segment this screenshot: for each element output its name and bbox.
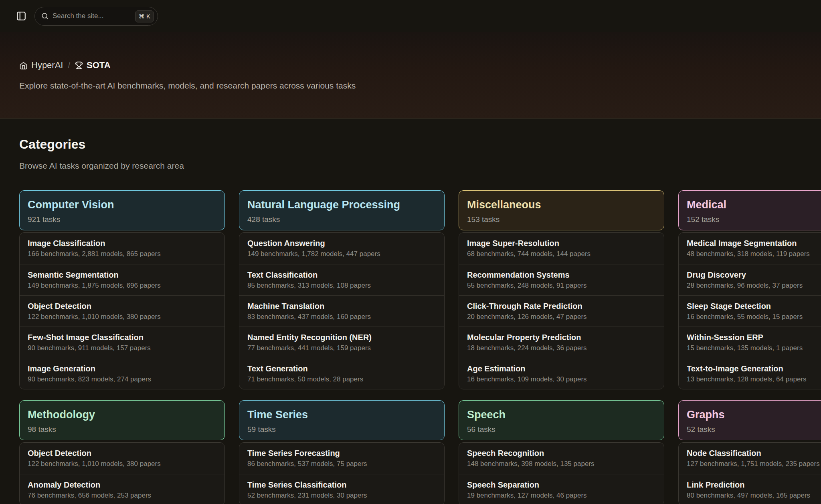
task-list-item[interactable]: Time Series Forecasting 86 benchmarks, 5… xyxy=(239,443,444,474)
category-cell: Computer Vision 921 tasks Image Classifi… xyxy=(19,190,225,389)
task-list-item[interactable]: Anomaly Detection 76 benchmarks, 656 mod… xyxy=(20,474,224,504)
task-list-item[interactable]: Object Detection 122 benchmarks, 1,010 m… xyxy=(20,295,224,327)
task-meta: 149 benchmarks, 1,782 models, 447 papers xyxy=(247,249,436,259)
category-cell: Graphs 52 tasks Node Classification 127 … xyxy=(678,400,821,504)
category-title: Speech xyxy=(467,408,656,421)
breadcrumb: HyperAI / SOTA xyxy=(19,60,802,71)
task-meta: 83 benchmarks, 437 models, 160 papers xyxy=(247,312,436,322)
task-title: Image Generation xyxy=(28,363,216,374)
task-list-item[interactable]: Semantic Segmentation 149 benchmarks, 1,… xyxy=(20,264,224,295)
task-title: Text Generation xyxy=(247,363,436,374)
task-list: Node Classification 127 benchmarks, 1,75… xyxy=(678,442,821,504)
task-meta: 18 benchmarks, 224 models, 36 papers xyxy=(467,343,656,353)
task-list-item[interactable]: Text-to-Image Generation 13 benchmarks, … xyxy=(679,358,821,389)
task-meta: 13 benchmarks, 128 models, 64 papers xyxy=(687,375,821,384)
task-meta: 149 benchmarks, 1,875 models, 696 papers xyxy=(28,281,216,290)
task-list-item[interactable]: Time Series Classification 52 benchmarks… xyxy=(239,474,444,504)
task-meta: 77 benchmarks, 441 models, 159 papers xyxy=(247,343,436,353)
category-card[interactable]: Speech 56 tasks xyxy=(459,400,664,440)
category-card[interactable]: Natural Language Processing 428 tasks xyxy=(239,190,445,230)
task-meta: 148 benchmarks, 398 models, 135 papers xyxy=(467,459,656,469)
task-list-item[interactable]: Node Classification 127 benchmarks, 1,75… xyxy=(679,443,821,474)
category-card[interactable]: Time Series 59 tasks xyxy=(239,400,445,440)
task-meta: 80 benchmarks, 497 models, 165 papers xyxy=(687,491,821,500)
category-card[interactable]: Medical 152 tasks xyxy=(678,190,821,230)
task-list: Object Detection 122 benchmarks, 1,010 m… xyxy=(19,442,225,504)
task-meta: 19 benchmarks, 127 models, 46 papers xyxy=(467,491,656,500)
category-task-count: 428 tasks xyxy=(247,215,436,224)
task-list-item[interactable]: Medical Image Segmentation 48 benchmarks… xyxy=(679,233,821,264)
task-list-item[interactable]: Named Entity Recognition (NER) 77 benchm… xyxy=(239,327,444,358)
task-title: Speech Separation xyxy=(467,480,656,490)
category-card[interactable]: Graphs 52 tasks xyxy=(678,400,821,440)
task-title: Text Classification xyxy=(247,270,436,280)
task-title: Object Detection xyxy=(28,301,216,312)
category-cell: Miscellaneous 153 tasks Image Super-Reso… xyxy=(459,190,664,389)
task-list-item[interactable]: Click-Through Rate Prediction 20 benchma… xyxy=(459,295,664,327)
task-list-item[interactable]: Recommendation Systems 55 benchmarks, 24… xyxy=(459,264,664,295)
task-list: Image Classification 166 benchmarks, 2,8… xyxy=(19,232,225,389)
category-task-count: 98 tasks xyxy=(28,425,216,434)
task-list-item[interactable]: Object Detection 122 benchmarks, 1,010 m… xyxy=(20,443,224,474)
task-title: Drug Discovery xyxy=(687,270,821,280)
task-meta: 166 benchmarks, 2,881 models, 865 papers xyxy=(28,249,216,259)
task-meta: 16 benchmarks, 109 models, 30 papers xyxy=(467,375,656,384)
breadcrumb-current: SOTA xyxy=(75,60,110,71)
category-task-count: 59 tasks xyxy=(247,425,436,434)
category-card[interactable]: Methodology 98 tasks xyxy=(19,400,225,440)
task-title: Recommendation Systems xyxy=(467,270,656,280)
task-meta: 68 benchmarks, 744 models, 144 papers xyxy=(467,249,656,259)
category-title: Time Series xyxy=(247,408,436,421)
task-list-item[interactable]: Few-Shot Image Classification 90 benchma… xyxy=(20,327,224,358)
task-title: Age Estimation xyxy=(467,363,656,374)
task-title: Question Answering xyxy=(247,238,436,249)
search-input[interactable] xyxy=(53,12,133,20)
task-list-item[interactable]: Image Super-Resolution 68 benchmarks, 74… xyxy=(459,233,664,264)
task-meta: 86 benchmarks, 537 models, 75 papers xyxy=(247,459,436,469)
task-list: Speech Recognition 148 benchmarks, 398 m… xyxy=(459,442,664,504)
page-description: Explore state-of-the-art AI benchmarks, … xyxy=(19,81,802,91)
task-list-item[interactable]: Speech Recognition 148 benchmarks, 398 m… xyxy=(459,443,664,474)
task-list-item[interactable]: Link Prediction 80 benchmarks, 497 model… xyxy=(679,474,821,504)
breadcrumb-home-link[interactable]: HyperAI xyxy=(19,60,63,71)
breadcrumb-separator: / xyxy=(68,61,70,70)
category-cell: Methodology 98 tasks Object Detection 12… xyxy=(19,400,225,504)
category-title: Computer Vision xyxy=(28,198,216,212)
task-list-item[interactable]: Molecular Property Prediction 18 benchma… xyxy=(459,327,664,358)
task-title: Time Series Classification xyxy=(247,480,436,490)
task-list-item[interactable]: Within-Session ERP 15 benchmarks, 135 mo… xyxy=(679,327,821,358)
task-list-item[interactable]: Machine Translation 83 benchmarks, 437 m… xyxy=(239,295,444,327)
sidebar-toggle-button[interactable] xyxy=(15,10,27,22)
task-meta: 48 benchmarks, 318 models, 119 papers xyxy=(687,249,821,259)
category-task-count: 56 tasks xyxy=(467,425,656,434)
task-title: Click-Through Rate Prediction xyxy=(467,301,656,312)
site-search[interactable]: ⌘ K xyxy=(34,7,158,26)
keyboard-shortcut-badge: ⌘ K xyxy=(135,10,154,22)
task-meta: 122 benchmarks, 1,010 models, 380 papers xyxy=(28,312,216,322)
category-title: Medical xyxy=(687,198,821,212)
task-list-item[interactable]: Text Generation 71 benchmarks, 50 models… xyxy=(239,358,444,389)
task-title: Named Entity Recognition (NER) xyxy=(247,332,436,343)
task-list-item[interactable]: Image Classification 166 benchmarks, 2,8… xyxy=(20,233,224,264)
task-title: Few-Shot Image Classification xyxy=(28,332,216,343)
category-card[interactable]: Computer Vision 921 tasks xyxy=(19,190,225,230)
task-list-item[interactable]: Age Estimation 16 benchmarks, 109 models… xyxy=(459,358,664,389)
task-meta: 16 benchmarks, 55 models, 15 papers xyxy=(687,312,821,322)
category-card[interactable]: Miscellaneous 153 tasks xyxy=(459,190,664,230)
task-meta: 28 benchmarks, 96 models, 37 papers xyxy=(687,281,821,290)
category-cell: Speech 56 tasks Speech Recognition 148 b… xyxy=(459,400,664,504)
task-list-item[interactable]: Image Generation 90 benchmarks, 823 mode… xyxy=(20,358,224,389)
task-title: Link Prediction xyxy=(687,480,821,490)
task-list-item[interactable]: Speech Separation 19 benchmarks, 127 mod… xyxy=(459,474,664,504)
task-title: Time Series Forecasting xyxy=(247,448,436,459)
trophy-icon xyxy=(75,61,83,69)
category-title: Natural Language Processing xyxy=(247,198,436,212)
task-list-item[interactable]: Question Answering 149 benchmarks, 1,782… xyxy=(239,233,444,264)
task-meta: 122 benchmarks, 1,010 models, 380 papers xyxy=(28,459,216,469)
main-content: Categories Browse AI tasks organized by … xyxy=(0,119,821,504)
task-list-item[interactable]: Sleep Stage Detection 16 benchmarks, 55 … xyxy=(679,295,821,327)
task-list-item[interactable]: Text Classification 85 benchmarks, 313 m… xyxy=(239,264,444,295)
task-list-item[interactable]: Drug Discovery 28 benchmarks, 96 models,… xyxy=(679,264,821,295)
task-title: Image Super-Resolution xyxy=(467,238,656,249)
categories-subtitle: Browse AI tasks organized by research ar… xyxy=(19,160,821,171)
